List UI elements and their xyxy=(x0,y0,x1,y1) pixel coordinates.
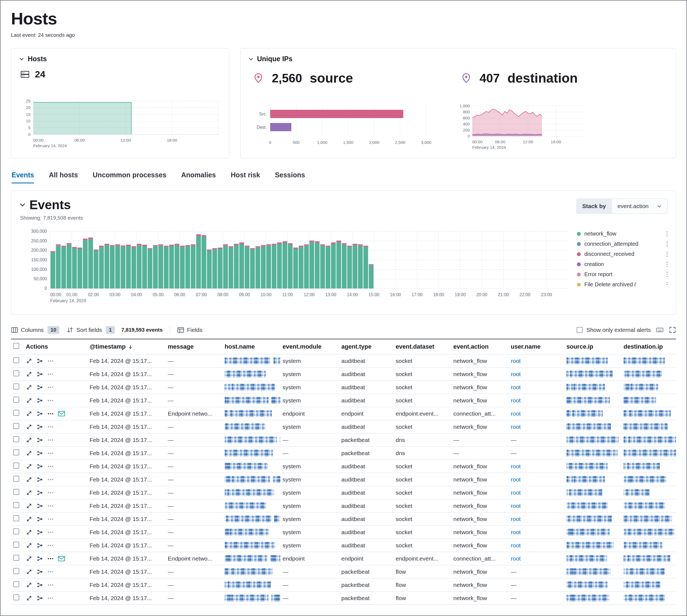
timestamp-cell[interactable]: Feb 14, 2024 @ 15:17... xyxy=(87,499,166,512)
destination-ip-cell[interactable] xyxy=(621,394,676,407)
row-checkbox[interactable] xyxy=(13,594,19,600)
agent-type-cell[interactable]: auditbeat xyxy=(339,460,393,473)
row-checkbox[interactable] xyxy=(13,449,19,456)
header-event-dataset[interactable]: event.dataset xyxy=(393,339,451,354)
hosts-panel-toggle[interactable]: Hosts xyxy=(19,55,221,63)
source-ip-cell[interactable] xyxy=(564,473,621,486)
expand-event-icon[interactable] xyxy=(26,371,33,377)
host-name-cell[interactable] xyxy=(222,460,280,473)
agent-type-cell[interactable]: auditbeat xyxy=(339,420,393,434)
source-ip-cell[interactable] xyxy=(564,499,621,512)
header-message[interactable]: message xyxy=(166,339,222,354)
event-action-cell[interactable]: network_flow xyxy=(451,381,509,394)
event-module-cell[interactable]: system xyxy=(280,381,339,394)
timestamp-cell[interactable]: Feb 14, 2024 @ 15:17... xyxy=(87,526,166,539)
timestamp-cell[interactable]: Feb 14, 2024 @ 15:17... xyxy=(87,354,166,368)
source-ip-cell[interactable] xyxy=(564,486,621,499)
more-actions-icon[interactable] xyxy=(47,489,54,496)
event-module-cell[interactable]: — xyxy=(280,592,339,605)
agent-type-cell[interactable]: endpoint xyxy=(339,552,393,565)
user-name-cell[interactable]: — xyxy=(509,434,564,447)
destination-ip-cell[interactable] xyxy=(621,578,676,592)
timestamp-cell[interactable]: Feb 14, 2024 @ 15:17... xyxy=(87,486,166,499)
row-checkbox[interactable] xyxy=(13,463,19,468)
user-name-cell[interactable]: root xyxy=(509,473,564,486)
expand-event-icon[interactable] xyxy=(26,595,33,601)
sort-fields-button[interactable]: Sort fields 1 xyxy=(66,326,115,334)
row-checkbox[interactable] xyxy=(13,528,19,534)
more-actions-icon[interactable] xyxy=(47,542,54,549)
event-dataset-cell[interactable]: socket xyxy=(393,539,451,552)
event-dataset-cell[interactable]: flow xyxy=(393,578,451,592)
event-module-cell[interactable]: — xyxy=(280,447,339,460)
more-actions-icon[interactable] xyxy=(47,476,54,483)
event-dataset-cell[interactable]: socket xyxy=(393,420,451,434)
row-checkbox[interactable] xyxy=(13,555,19,561)
timestamp-cell[interactable]: Feb 14, 2024 @ 15:17... xyxy=(87,592,166,605)
more-actions-icon[interactable] xyxy=(47,582,54,588)
event-action-cell[interactable]: connection_att... xyxy=(451,407,509,420)
message-cell[interactable]: — xyxy=(166,512,222,526)
more-actions-icon[interactable] xyxy=(47,423,54,430)
expand-event-icon[interactable] xyxy=(26,555,33,562)
user-name-cell[interactable]: root xyxy=(509,368,564,381)
header-timestamp[interactable]: @timestamp xyxy=(87,339,166,354)
user-name-cell[interactable]: root xyxy=(509,420,564,434)
event-dataset-cell[interactable]: socket xyxy=(393,526,451,539)
agent-type-cell[interactable]: packetbeat xyxy=(339,447,393,460)
user-name-cell[interactable]: root xyxy=(509,460,564,473)
legend-item[interactable]: connection_attempted xyxy=(577,239,668,249)
user-name-link[interactable]: root xyxy=(511,529,521,535)
destination-ip-cell[interactable] xyxy=(621,447,676,460)
row-checkbox[interactable] xyxy=(13,357,19,363)
event-action-cell[interactable]: — xyxy=(451,447,509,460)
user-name-link[interactable]: root xyxy=(511,423,521,430)
more-actions-icon[interactable] xyxy=(47,437,54,443)
unique-ips-panel-toggle[interactable]: Unique IPs xyxy=(248,55,668,63)
event-action-cell[interactable]: — xyxy=(451,434,509,447)
more-actions-icon[interactable] xyxy=(47,569,54,575)
host-name-cell[interactable] xyxy=(222,512,280,526)
analyze-event-icon[interactable] xyxy=(37,476,43,483)
destination-ip-cell[interactable] xyxy=(621,499,676,512)
message-cell[interactable]: — xyxy=(166,368,222,381)
row-checkbox[interactable] xyxy=(13,502,19,508)
user-name-link[interactable]: root xyxy=(511,476,521,483)
header-destination-ip[interactable]: destination.ip xyxy=(621,339,676,354)
event-module-cell[interactable]: system xyxy=(280,368,339,381)
analyze-event-icon[interactable] xyxy=(37,595,43,601)
expand-event-icon[interactable] xyxy=(26,542,33,549)
more-actions-icon[interactable] xyxy=(47,595,54,601)
timestamp-cell[interactable]: Feb 14, 2024 @ 15:17... xyxy=(87,578,166,592)
user-name-cell[interactable]: — xyxy=(509,592,564,605)
destination-ip-cell[interactable] xyxy=(621,368,676,381)
row-checkbox[interactable] xyxy=(13,515,19,521)
analyze-event-icon[interactable] xyxy=(37,463,43,470)
legend-item[interactable]: network_flow xyxy=(577,229,668,239)
agent-type-cell[interactable]: endpoint xyxy=(339,407,393,420)
analyze-event-icon[interactable] xyxy=(37,384,43,391)
event-module-cell[interactable]: system xyxy=(280,354,339,368)
expand-event-icon[interactable] xyxy=(26,358,33,364)
message-cell[interactable]: — xyxy=(166,486,222,499)
analyze-event-icon[interactable] xyxy=(37,358,43,364)
host-name-cell[interactable] xyxy=(222,394,280,407)
expand-event-icon[interactable] xyxy=(26,411,33,417)
source-ip-cell[interactable] xyxy=(564,552,621,565)
timestamp-cell[interactable]: Feb 14, 2024 @ 15:17... xyxy=(87,381,166,394)
timestamp-cell[interactable]: Feb 14, 2024 @ 15:17... xyxy=(87,512,166,526)
message-cell[interactable]: — xyxy=(166,434,222,447)
more-actions-icon[interactable] xyxy=(47,516,54,522)
legend-more-icon[interactable] xyxy=(666,261,668,267)
message-cell[interactable]: — xyxy=(166,394,222,407)
event-action-cell[interactable]: network_flow xyxy=(451,512,509,526)
agent-type-cell[interactable]: packetbeat xyxy=(339,565,393,578)
timestamp-cell[interactable]: Feb 14, 2024 @ 15:17... xyxy=(87,420,166,434)
more-actions-icon[interactable] xyxy=(47,555,54,562)
timestamp-cell[interactable]: Feb 14, 2024 @ 15:17... xyxy=(87,565,166,578)
timestamp-cell[interactable]: Feb 14, 2024 @ 15:17... xyxy=(87,447,166,460)
event-action-cell[interactable]: network_flow xyxy=(451,460,509,473)
user-name-link[interactable]: root xyxy=(511,397,521,403)
keyboard-shortcuts-button[interactable] xyxy=(656,326,663,333)
analyze-event-icon[interactable] xyxy=(37,542,43,549)
